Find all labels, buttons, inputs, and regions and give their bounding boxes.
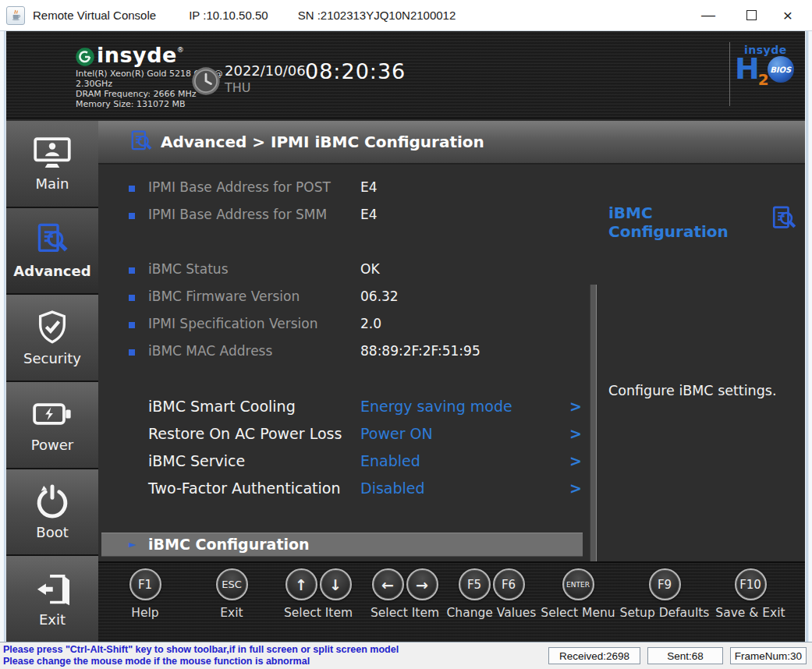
setting-label: Restore On AC Power Loss (148, 425, 342, 442)
setting-label: iBMC Service (148, 452, 245, 469)
setting-row-ibmc-service[interactable]: iBMC Service Enabled > (98, 452, 590, 473)
info-row: iBMC Status OK (98, 261, 590, 280)
sidebar-item-power[interactable]: Power (6, 382, 98, 468)
chevron-right-icon: > (569, 425, 582, 442)
brand-registered-mark: ® (177, 46, 184, 54)
doc-search-icon (129, 129, 153, 154)
window-titlebar: Remote Virtual Console IP :10.10.50.50 S… (0, 0, 812, 31)
selected-marker-icon: ► (129, 539, 136, 550)
arrow-left-key[interactable]: ← (372, 568, 404, 600)
system-time: 08:20:36 (305, 59, 406, 83)
setting-value: Enabled (360, 452, 420, 469)
received-counter: Received:2698 (548, 647, 640, 664)
close-button[interactable]: × (770, 0, 806, 30)
brand-name: insyde (97, 45, 177, 65)
system-weekday: THU (225, 80, 306, 95)
enter-key[interactable]: ENTER (562, 568, 594, 600)
info-value: OK (360, 261, 380, 277)
minimize-button[interactable]: — (690, 0, 726, 30)
bullet-icon (129, 322, 135, 328)
info-label: IPMI Specification Version (148, 316, 317, 331)
esc-key[interactable]: ESC (216, 568, 248, 600)
f9-key[interactable]: F9 (649, 568, 681, 600)
bullet-icon (129, 295, 135, 301)
selected-item-label: iBMC Configuration (148, 536, 310, 553)
setting-value: Disabled (360, 480, 425, 497)
info-label: iBMC MAC Address (148, 343, 272, 359)
window-border-right (805, 31, 812, 642)
hotkey-label: Save & Exit (700, 606, 801, 620)
info-row: IPMI Specification Version 2.0 (98, 316, 590, 334)
window-title: Remote Virtual Console (33, 9, 156, 22)
setting-row-restore-on-ac-power-loss[interactable]: Restore On AC Power Loss Power ON > (98, 425, 590, 445)
shield-check-icon (35, 310, 69, 345)
chevron-right-icon: > (569, 452, 582, 469)
sidebar: Main Advanced Security (6, 121, 98, 642)
info-label: IPMI Base Address for POST (148, 179, 331, 195)
doc-search-icon (771, 205, 797, 233)
system-date: 2022/10/06 (225, 62, 306, 79)
sidebar-item-main[interactable]: Main (6, 121, 98, 207)
settings-scrollbar-thumb[interactable] (590, 285, 597, 562)
maximize-button[interactable] (733, 0, 769, 30)
arrow-up-key[interactable]: ↑ (285, 568, 317, 600)
doc-search-icon (35, 222, 69, 258)
info-value: E4 (360, 179, 378, 195)
f1-key[interactable]: F1 (129, 568, 161, 600)
f5-key[interactable]: F5 (459, 568, 491, 600)
bullet-icon (129, 267, 135, 274)
info-value: E4 (360, 207, 378, 222)
f10-key[interactable]: F10 (735, 568, 767, 600)
info-row: iBMC Firmware Version 06.32 (98, 288, 590, 307)
sidebar-item-exit[interactable]: Exit (6, 556, 98, 642)
info-value: 2.0 (360, 316, 381, 331)
sidebar-item-label: Exit (39, 611, 66, 628)
f6-key[interactable]: F6 (493, 568, 525, 600)
sidebar-item-label: Power (31, 437, 73, 453)
sidebar-item-security[interactable]: Security (6, 295, 98, 381)
window-border-left (0, 31, 6, 642)
help-title: iBMC Configuration (608, 204, 733, 241)
sidebar-item-boot[interactable]: Boot (6, 469, 98, 555)
arrow-right-key[interactable]: → (406, 568, 438, 600)
insyde-h2o-bios-logo: insyde H 2 BIOS (735, 44, 796, 89)
h2o-globe-icon: BIOS (768, 56, 794, 83)
help-description: Configure iBMC settings. (608, 383, 796, 398)
h2o-bios-text: BIOS (770, 65, 791, 74)
sidebar-item-label: Advanced (13, 263, 90, 279)
header-divider (729, 42, 730, 106)
bios-header: insyde ® Intel(R) Xeon(R) Gold 5218 CPU … (6, 31, 805, 119)
bios-screen: insyde ® Intel(R) Xeon(R) Gold 5218 CPU … (6, 31, 805, 642)
insyde-brand-logo: insyde ® (75, 45, 184, 67)
insyde-leaf-icon (75, 47, 95, 67)
sent-counter: Sent:68 (647, 647, 723, 664)
sidebar-item-advanced[interactable]: Advanced (6, 208, 98, 294)
bullet-icon (129, 213, 135, 219)
arrow-down-key[interactable]: ↓ (320, 568, 352, 600)
breadcrumb-bar: Advanced > IPMI iBMC Configuration (98, 121, 805, 165)
info-row: IPMI Base Address for POST E4 (98, 179, 590, 198)
sidebar-item-label: Security (23, 350, 81, 366)
hotkey-save-exit: F10 Save & Exit (700, 568, 801, 620)
setting-row-ibmc-smart-cooling[interactable]: iBMC Smart Cooling Energy saving mode > (98, 398, 590, 418)
breadcrumb: Advanced > IPMI iBMC Configuration (161, 133, 484, 151)
setting-row-two-factor-authentication[interactable]: Two-Factor Authentication Disabled > (98, 480, 590, 500)
setting-value: Energy saving mode (360, 398, 512, 415)
console-status-bar: Please press "Ctrl-Alt-Shift" key to sho… (0, 642, 812, 669)
info-row: iBMC MAC Address 88:89:2F:2F:51:95 (98, 343, 590, 362)
status-hint-line2: Please change the mouse mode if the mous… (3, 656, 399, 667)
settings-panel: IPMI Base Address for POST E4 IPMI Base … (98, 165, 590, 561)
info-label: iBMC Firmware Version (148, 288, 300, 304)
memory-info: Memory Size: 131072 MB (76, 99, 224, 109)
menu-item-ibmc-configuration-selected[interactable]: ► iBMC Configuration (101, 533, 583, 557)
door-exit-icon (33, 571, 72, 607)
close-icon: × (783, 6, 792, 25)
chevron-right-icon: > (569, 398, 582, 415)
sidebar-item-label: Main (36, 175, 69, 192)
minimize-icon: — (701, 7, 715, 23)
java-app-icon (6, 6, 25, 25)
h2o-letter-h: H (735, 53, 760, 84)
console-ip: IP :10.10.50.50 (189, 9, 268, 22)
setting-label: iBMC Smart Cooling (148, 398, 296, 415)
bullet-icon (129, 186, 135, 192)
